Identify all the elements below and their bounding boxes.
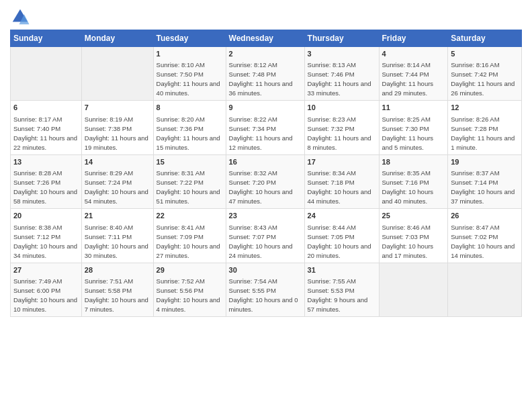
day-cell: 20Sunrise: 8:38 AMSunset: 7:12 PMDayligh… bbox=[11, 209, 82, 263]
day-number: 22 bbox=[157, 211, 223, 221]
day-number: 17 bbox=[308, 157, 376, 167]
day-number: 11 bbox=[382, 103, 445, 113]
day-cell: 13Sunrise: 8:28 AMSunset: 7:26 PMDayligh… bbox=[11, 154, 82, 208]
day-number: 21 bbox=[85, 211, 150, 221]
day-info: Sunrise: 7:51 AMSunset: 5:58 PMDaylight:… bbox=[85, 277, 148, 313]
day-header-saturday: Saturday bbox=[448, 30, 522, 47]
header bbox=[10, 7, 522, 27]
day-cell: 31Sunrise: 7:55 AMSunset: 5:53 PMDayligh… bbox=[304, 263, 379, 316]
day-info: Sunrise: 8:26 AMSunset: 7:28 PMDaylight:… bbox=[451, 116, 515, 151]
day-number: 12 bbox=[451, 103, 519, 113]
day-info: Sunrise: 8:25 AMSunset: 7:30 PMDaylight:… bbox=[382, 116, 434, 151]
day-header-thursday: Thursday bbox=[304, 30, 379, 47]
day-cell: 9Sunrise: 8:22 AMSunset: 7:34 PMDaylight… bbox=[226, 101, 304, 154]
day-number: 19 bbox=[451, 157, 519, 167]
day-info: Sunrise: 8:29 AMSunset: 7:24 PMDaylight:… bbox=[85, 169, 148, 205]
day-number: 28 bbox=[85, 265, 150, 275]
week-row-1: 6Sunrise: 8:17 AMSunset: 7:40 PMDaylight… bbox=[11, 101, 522, 154]
day-info: Sunrise: 8:22 AMSunset: 7:34 PMDaylight:… bbox=[229, 116, 293, 151]
day-number: 29 bbox=[157, 265, 223, 275]
day-cell: 8Sunrise: 8:20 AMSunset: 7:36 PMDaylight… bbox=[153, 101, 226, 154]
page-container: SundayMondayTuesdayWednesdayThursdayFrid… bbox=[0, 0, 532, 324]
day-header-monday: Monday bbox=[81, 30, 153, 47]
week-row-3: 20Sunrise: 8:38 AMSunset: 7:12 PMDayligh… bbox=[11, 209, 522, 263]
day-info: Sunrise: 8:28 AMSunset: 7:26 PMDaylight:… bbox=[13, 169, 77, 205]
day-cell: 30Sunrise: 7:54 AMSunset: 5:55 PMDayligh… bbox=[226, 263, 304, 316]
day-info: Sunrise: 8:32 AMSunset: 7:20 PMDaylight:… bbox=[229, 169, 293, 205]
day-info: Sunrise: 8:17 AMSunset: 7:40 PMDaylight:… bbox=[13, 116, 77, 151]
day-cell: 11Sunrise: 8:25 AMSunset: 7:30 PMDayligh… bbox=[379, 101, 448, 154]
day-info: Sunrise: 8:20 AMSunset: 7:36 PMDaylight:… bbox=[157, 116, 220, 151]
week-row-4: 27Sunrise: 7:49 AMSunset: 6:00 PMDayligh… bbox=[11, 263, 522, 316]
day-number: 7 bbox=[85, 103, 150, 113]
day-info: Sunrise: 8:13 AMSunset: 7:46 PMDaylight:… bbox=[308, 61, 371, 97]
day-cell bbox=[11, 47, 82, 101]
day-cell: 18Sunrise: 8:35 AMSunset: 7:16 PMDayligh… bbox=[379, 154, 448, 208]
day-number: 27 bbox=[13, 265, 79, 275]
day-cell: 3Sunrise: 8:13 AMSunset: 7:46 PMDaylight… bbox=[304, 47, 379, 101]
day-cell bbox=[448, 263, 522, 316]
day-cell: 5Sunrise: 8:16 AMSunset: 7:42 PMDaylight… bbox=[448, 47, 522, 101]
day-number: 4 bbox=[382, 49, 445, 59]
day-cell: 4Sunrise: 8:14 AMSunset: 7:44 PMDaylight… bbox=[379, 47, 448, 101]
day-number: 10 bbox=[308, 103, 376, 113]
day-number: 2 bbox=[229, 49, 302, 59]
day-number: 6 bbox=[13, 103, 79, 113]
day-number: 1 bbox=[157, 49, 223, 59]
day-number: 8 bbox=[157, 103, 223, 113]
day-header-tuesday: Tuesday bbox=[153, 30, 226, 47]
day-number: 30 bbox=[229, 265, 302, 275]
day-number: 24 bbox=[308, 211, 376, 221]
header-row: SundayMondayTuesdayWednesdayThursdayFrid… bbox=[11, 30, 522, 47]
day-info: Sunrise: 8:34 AMSunset: 7:18 PMDaylight:… bbox=[308, 169, 371, 205]
day-cell: 23Sunrise: 8:43 AMSunset: 7:07 PMDayligh… bbox=[226, 209, 304, 263]
day-cell: 19Sunrise: 8:37 AMSunset: 7:14 PMDayligh… bbox=[448, 154, 522, 208]
day-cell: 2Sunrise: 8:12 AMSunset: 7:48 PMDaylight… bbox=[226, 47, 304, 101]
day-info: Sunrise: 8:12 AMSunset: 7:48 PMDaylight:… bbox=[229, 61, 293, 97]
day-number: 25 bbox=[382, 211, 445, 221]
day-info: Sunrise: 8:19 AMSunset: 7:38 PMDaylight:… bbox=[85, 116, 148, 151]
day-info: Sunrise: 8:41 AMSunset: 7:09 PMDaylight:… bbox=[157, 224, 220, 259]
day-cell: 7Sunrise: 8:19 AMSunset: 7:38 PMDaylight… bbox=[81, 101, 153, 154]
day-number: 13 bbox=[13, 157, 79, 167]
day-number: 20 bbox=[13, 211, 79, 221]
day-cell: 14Sunrise: 8:29 AMSunset: 7:24 PMDayligh… bbox=[81, 154, 153, 208]
day-info: Sunrise: 8:31 AMSunset: 7:22 PMDaylight:… bbox=[157, 169, 220, 205]
day-info: Sunrise: 8:43 AMSunset: 7:07 PMDaylight:… bbox=[229, 224, 293, 259]
day-number: 26 bbox=[451, 211, 519, 221]
day-info: Sunrise: 8:23 AMSunset: 7:32 PMDaylight:… bbox=[308, 116, 371, 151]
day-cell: 29Sunrise: 7:52 AMSunset: 5:56 PMDayligh… bbox=[153, 263, 226, 316]
day-info: Sunrise: 8:10 AMSunset: 7:50 PMDaylight:… bbox=[157, 61, 220, 97]
calendar-table: SundayMondayTuesdayWednesdayThursdayFrid… bbox=[10, 30, 522, 317]
day-header-sunday: Sunday bbox=[11, 30, 82, 47]
day-cell: 27Sunrise: 7:49 AMSunset: 6:00 PMDayligh… bbox=[11, 263, 82, 316]
day-info: Sunrise: 7:49 AMSunset: 6:00 PMDaylight:… bbox=[13, 277, 77, 313]
day-cell: 22Sunrise: 8:41 AMSunset: 7:09 PMDayligh… bbox=[153, 209, 226, 263]
day-number: 14 bbox=[85, 157, 150, 167]
day-info: Sunrise: 8:16 AMSunset: 7:42 PMDaylight:… bbox=[451, 61, 515, 97]
day-info: Sunrise: 8:40 AMSunset: 7:11 PMDaylight:… bbox=[85, 224, 148, 259]
day-cell bbox=[81, 47, 153, 101]
day-cell: 26Sunrise: 8:47 AMSunset: 7:02 PMDayligh… bbox=[448, 209, 522, 263]
day-cell: 6Sunrise: 8:17 AMSunset: 7:40 PMDaylight… bbox=[11, 101, 82, 154]
day-number: 16 bbox=[229, 157, 302, 167]
week-row-0: 1Sunrise: 8:10 AMSunset: 7:50 PMDaylight… bbox=[11, 47, 522, 101]
day-number: 23 bbox=[229, 211, 302, 221]
day-info: Sunrise: 8:46 AMSunset: 7:03 PMDaylight:… bbox=[382, 224, 434, 259]
day-info: Sunrise: 8:14 AMSunset: 7:44 PMDaylight:… bbox=[382, 61, 434, 97]
day-info: Sunrise: 7:52 AMSunset: 5:56 PMDaylight:… bbox=[157, 277, 220, 313]
day-info: Sunrise: 8:47 AMSunset: 7:02 PMDaylight:… bbox=[451, 224, 515, 259]
day-cell: 21Sunrise: 8:40 AMSunset: 7:11 PMDayligh… bbox=[81, 209, 153, 263]
day-info: Sunrise: 8:35 AMSunset: 7:16 PMDaylight:… bbox=[382, 169, 434, 205]
day-info: Sunrise: 8:38 AMSunset: 7:12 PMDaylight:… bbox=[13, 224, 77, 259]
day-info: Sunrise: 7:55 AMSunset: 5:53 PMDaylight:… bbox=[308, 277, 368, 313]
day-cell: 15Sunrise: 8:31 AMSunset: 7:22 PMDayligh… bbox=[153, 154, 226, 208]
logo bbox=[10, 7, 33, 27]
day-info: Sunrise: 7:54 AMSunset: 5:55 PMDaylight:… bbox=[229, 277, 298, 313]
day-number: 3 bbox=[308, 49, 376, 59]
day-cell: 25Sunrise: 8:46 AMSunset: 7:03 PMDayligh… bbox=[379, 209, 448, 263]
day-cell: 28Sunrise: 7:51 AMSunset: 5:58 PMDayligh… bbox=[81, 263, 153, 316]
day-info: Sunrise: 8:44 AMSunset: 7:05 PMDaylight:… bbox=[308, 224, 371, 259]
week-row-2: 13Sunrise: 8:28 AMSunset: 7:26 PMDayligh… bbox=[11, 154, 522, 208]
day-number: 31 bbox=[308, 265, 376, 275]
